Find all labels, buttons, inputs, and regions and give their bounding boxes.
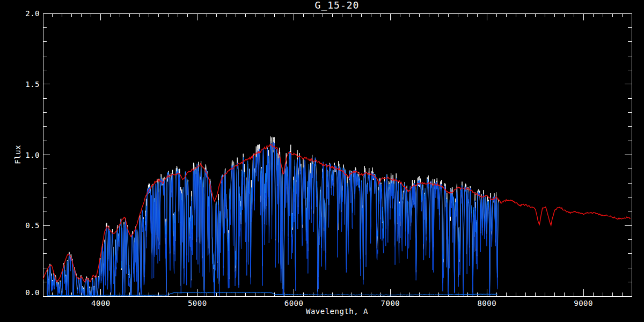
y-tick-label: 1.5 [25,80,40,89]
y-tick-label: 0.0 [25,288,40,297]
x-tick-label: 6000 [284,299,304,308]
plot-window: 4000500060007000800090000.00.51.01.52.0 … [0,0,644,322]
series-deep-absorption [47,142,498,296]
y-tick-label: 2.0 [25,9,40,18]
y-tick-label: 0.5 [25,221,40,230]
chart-title: G_15-20 [315,0,360,11]
y-axis-label: Flux [13,145,22,164]
data-series [43,136,631,296]
y-tick-label: 1.0 [25,151,40,159]
series-template [43,144,631,282]
x-tick-label: 7000 [381,299,400,308]
x-tick-label: 9000 [574,299,593,308]
x-axis-label: Wavelength, A [306,307,368,316]
x-tick-label: 5000 [188,299,207,308]
x-tick-label: 8000 [477,299,496,308]
x-tick-label: 4000 [91,299,111,308]
spectrum-chart: 4000500060007000800090000.00.51.01.52.0 … [0,0,644,322]
